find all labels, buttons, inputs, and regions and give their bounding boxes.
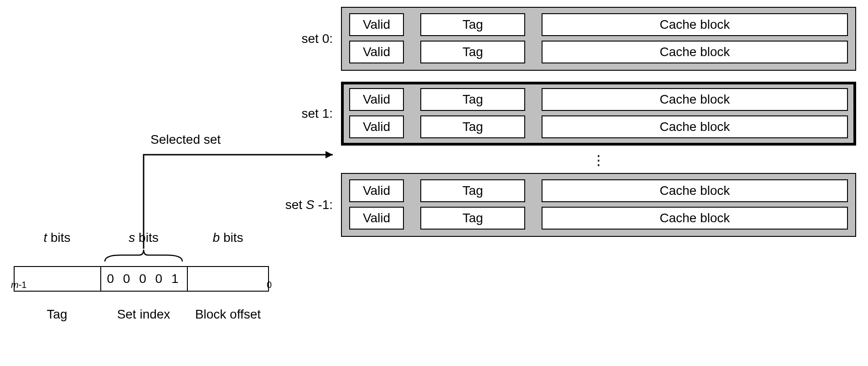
valid-bit-cell: Valid [349, 88, 404, 111]
cache-line: Valid Tag Cache block [349, 179, 848, 202]
valid-bit-cell: Valid [349, 179, 404, 202]
cache-set-0-box: Valid Tag Cache block Valid Tag Cache bl… [341, 7, 856, 71]
address-block-offset-field [188, 267, 268, 291]
cache-set-last-label: set S -1: [278, 198, 333, 212]
cache-sets: set 0: Valid Tag Cache block Valid Tag C… [278, 7, 862, 248]
address-breakdown: t bits s bits b bits 0 0 0 0 1 m-1 0 Tag… [14, 230, 269, 322]
cache-block-cell: Cache block [542, 88, 848, 111]
tag-cell: Tag [420, 41, 525, 63]
cache-set-1-box-selected: Valid Tag Cache block Valid Tag Cache bl… [341, 82, 856, 146]
cache-line: Valid Tag Cache block [349, 115, 848, 138]
address-tag-field [15, 267, 101, 291]
cache-block-cell: Cache block [542, 13, 848, 36]
cache-block-cell: Cache block [542, 207, 848, 230]
cache-line: Valid Tag Cache block [349, 41, 848, 63]
set-index-field-name: Set index [100, 307, 187, 322]
tag-cell: Tag [420, 115, 525, 138]
address-set-index-field: 0 0 0 0 1 [101, 267, 188, 291]
valid-bit-cell: Valid [349, 115, 404, 138]
tag-cell: Tag [420, 13, 525, 36]
address-word: 0 0 0 0 1 [14, 266, 269, 292]
cache-line: Valid Tag Cache block [349, 13, 848, 36]
cache-set-0-label: set 0: [278, 31, 333, 46]
cache-set-selection-diagram: t bits s bits b bits 0 0 0 0 1 m-1 0 Tag… [0, 0, 868, 366]
tag-field-name: Tag [14, 307, 100, 322]
address-field-widths: t bits s bits b bits [14, 230, 269, 245]
t-bits-label: t bits [14, 230, 100, 245]
cache-line: Valid Tag Cache block [349, 88, 848, 111]
address-msb-label: m-1 [11, 280, 26, 290]
address-field-names: Tag Set index Block offset [14, 307, 269, 322]
cache-block-cell: Cache block [542, 41, 848, 63]
b-bits-label: b bits [187, 230, 269, 245]
valid-bit-cell: Valid [349, 13, 404, 36]
cache-block-cell: Cache block [542, 115, 848, 138]
cache-set-last-row: set S -1: Valid Tag Cache block Valid Ta… [278, 173, 862, 237]
brace-over-set-index [103, 249, 185, 262]
sets-ellipsis: ⋮ [341, 157, 856, 164]
valid-bit-cell: Valid [349, 207, 404, 230]
tag-cell: Tag [420, 207, 525, 230]
cache-set-1-label: set 1: [278, 106, 333, 121]
cache-set-0-row: set 0: Valid Tag Cache block Valid Tag C… [278, 7, 862, 71]
s-bits-label: s bits [100, 230, 187, 245]
selected-set-label: Selected set [150, 132, 221, 147]
cache-block-cell: Cache block [542, 179, 848, 202]
address-lsb-label: 0 [267, 280, 272, 290]
tag-cell: Tag [420, 179, 525, 202]
tag-cell: Tag [420, 88, 525, 111]
valid-bit-cell: Valid [349, 41, 404, 63]
cache-line: Valid Tag Cache block [349, 207, 848, 230]
cache-set-last-box: Valid Tag Cache block Valid Tag Cache bl… [341, 173, 856, 237]
block-offset-field-name: Block offset [187, 307, 269, 322]
cache-set-1-row: set 1: Valid Tag Cache block Valid Tag C… [278, 82, 862, 146]
